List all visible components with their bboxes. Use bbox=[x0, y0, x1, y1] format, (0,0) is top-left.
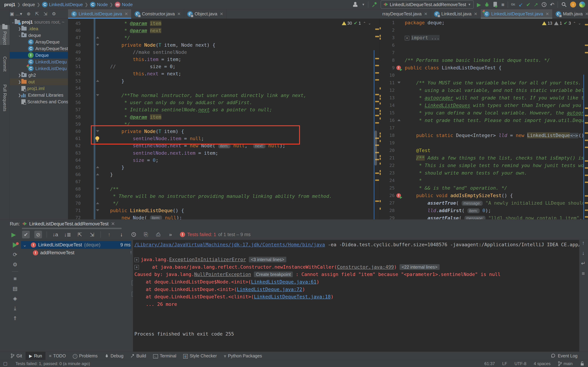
file-encoding[interactable]: UTF-8 bbox=[515, 361, 526, 366]
editor-tab[interactable]: CLinkedList.java✕ bbox=[431, 9, 481, 18]
status-message[interactable]: Tests failed: 1, passed: 0 (a minute ago… bbox=[16, 361, 90, 366]
indent-style[interactable]: 4 spaces bbox=[534, 361, 551, 366]
rerun-failed-tests-icon[interactable] bbox=[13, 242, 17, 248]
tool-window-button-terminal[interactable]: ›_Terminal bbox=[150, 352, 180, 360]
scroll-down-icon[interactable]: ↓ bbox=[582, 250, 585, 256]
chevron-icon[interactable]: ⌄ bbox=[23, 242, 29, 248]
close-icon[interactable]: ✕ bbox=[111, 221, 115, 227]
collapse-all-icon[interactable]: ⇲ bbox=[43, 11, 47, 17]
tool-window-button-run[interactable]: ▶Run bbox=[26, 352, 45, 360]
tree-item-deque[interactable]: ⌄deque bbox=[10, 32, 68, 39]
tree-item-linkedlistdequ[interactable]: CLinkedListDequ bbox=[10, 58, 68, 65]
next-failed-icon[interactable]: ↓ bbox=[118, 231, 125, 238]
prev-issue-icon[interactable]: ⌃ bbox=[573, 21, 576, 25]
breadcrumb-item[interactable]: deque bbox=[22, 2, 35, 7]
window-icon[interactable]: ▢ bbox=[3, 361, 8, 366]
tool-window-button-problems[interactable]: !Problems bbox=[69, 352, 101, 360]
project-view-icon[interactable]: ▣ …▾ bbox=[10, 11, 22, 17]
git-branch[interactable]: main bbox=[558, 361, 573, 366]
chevron-icon[interactable]: ❯ bbox=[18, 26, 21, 31]
close-icon[interactable]: ✕ bbox=[546, 12, 549, 17]
expand-all-icon[interactable]: ⇱ bbox=[35, 11, 39, 17]
scroll-up-icon[interactable]: ⇑ bbox=[13, 315, 17, 321]
update-available-icon[interactable]: ↑ bbox=[570, 1, 576, 8]
error-stripe[interactable] bbox=[583, 19, 588, 219]
tree-item-external libraries[interactable]: ❯External Libraries bbox=[10, 92, 68, 98]
test-tree-row[interactable]: ⌄!LinkedListDequeTest (deque)9 ms bbox=[21, 241, 131, 249]
previous-failed-icon[interactable]: ↑ bbox=[105, 231, 113, 238]
fold-marker-icon[interactable] bbox=[96, 209, 99, 211]
locate-file-icon[interactable]: ⊕ bbox=[27, 11, 31, 17]
console-fold-button[interactable]: <22 internal lines> bbox=[399, 264, 440, 270]
close-icon[interactable]: ✕ bbox=[474, 12, 477, 17]
stack-trace-link[interactable]: LinkedListDeque.java:61 bbox=[251, 279, 316, 284]
tool-window-button-python-packages[interactable]: ⩔Python Packages bbox=[220, 352, 266, 360]
fold-marker-icon[interactable] bbox=[96, 188, 99, 190]
tool-window-button-todo[interactable]: ≡TODO bbox=[45, 352, 69, 360]
tool-window-button-build[interactable]: Build bbox=[127, 352, 150, 360]
expand-all-icon[interactable]: ⇱ bbox=[76, 231, 84, 238]
soft-wrap-icon[interactable]: ↵ bbox=[581, 260, 585, 266]
rollback-icon[interactable]: ↶ bbox=[550, 1, 554, 8]
coverage-button[interactable] bbox=[493, 1, 498, 8]
fold-marker-icon[interactable] bbox=[96, 80, 99, 82]
close-icon[interactable]: ✕ bbox=[220, 12, 223, 17]
fold-marker-icon[interactable] bbox=[398, 82, 401, 83]
run-configuration-select[interactable]: LinkedListDequeTest.addRemoveTest ▼ bbox=[381, 0, 474, 9]
run-test-failed-icon[interactable]: ! bbox=[396, 66, 401, 70]
chevron-icon[interactable]: ❯ bbox=[18, 73, 21, 77]
sort-by-duration-icon[interactable]: ↓≣ bbox=[64, 231, 71, 238]
unlock-icon[interactable] bbox=[580, 361, 585, 366]
scroll-up-icon[interactable]: ↑ bbox=[582, 240, 585, 246]
more-actions-icon[interactable]: » bbox=[167, 231, 174, 238]
tree-item-.idea[interactable]: ❯.idea bbox=[10, 25, 68, 32]
build-hammer-icon[interactable] bbox=[372, 1, 378, 8]
tree-item-proj1[interactable]: ⌄proj1 sources root, ~ bbox=[10, 19, 68, 25]
collapse-all-icon[interactable]: ⇲ bbox=[88, 231, 96, 238]
breadcrumb[interactable]: proj1❯deque❯CLinkedListDeque❯CNode❯mNode bbox=[4, 0, 133, 9]
editor-left-split[interactable]: 45 * @param item46 * @param next47 */48 … bbox=[68, 19, 379, 219]
chevron-icon[interactable]: ⌄ bbox=[11, 20, 15, 24]
fold-marker-icon[interactable] bbox=[96, 44, 99, 46]
toggle-auto-test-icon[interactable]: ⟳ bbox=[13, 251, 17, 258]
git-update-icon[interactable]: ↙ bbox=[519, 1, 523, 8]
next-issue-icon[interactable]: ⌄ bbox=[578, 21, 581, 25]
show-passed-toggle[interactable]: ✔ bbox=[22, 231, 30, 238]
fold-marker-icon[interactable] bbox=[96, 94, 99, 96]
sidebar-item-project[interactable]: Project bbox=[0, 25, 10, 45]
inspections-widget[interactable]: 30✔1⌃⌄ bbox=[342, 20, 371, 26]
breadcrumb-item[interactable]: mNode bbox=[115, 2, 133, 7]
import-results-icon[interactable]: ⎘ bbox=[142, 231, 150, 238]
test-settings-icon[interactable]: ⚙ bbox=[13, 261, 17, 267]
tree-item-out[interactable]: ❯out bbox=[10, 78, 68, 85]
event-log-button[interactable]: Event Log bbox=[547, 352, 581, 360]
editor-tab[interactable]: rrayDequeTest.java✕ bbox=[379, 9, 431, 18]
inspections-widget[interactable]: 131✔3⌃⌄ bbox=[542, 20, 581, 26]
tool-window-button-git[interactable]: Git bbox=[7, 352, 26, 360]
code-with-me-icon[interactable] bbox=[353, 2, 359, 7]
attach-icon[interactable]: ◈ bbox=[13, 295, 17, 301]
stop-button[interactable]: ■ bbox=[501, 1, 504, 8]
tree-item-arraydequetest[interactable]: CArrayDequeTest bbox=[10, 45, 68, 52]
editor-tab[interactable]: CLinkedListDeque.java✕ bbox=[68, 9, 131, 18]
chevron-icon[interactable]: ⌄ bbox=[18, 33, 21, 37]
tree-item-scratches and conso[interactable]: Scratches and Conso bbox=[10, 98, 68, 105]
test-console-output[interactable]: /Library/Java/JavaVirtualMachines/jdk-17… bbox=[133, 240, 579, 352]
tree-item-arraydeque[interactable]: CArrayDeque bbox=[10, 39, 68, 45]
breadcrumb-item[interactable]: proj1 bbox=[4, 2, 15, 7]
chevron-down-icon[interactable]: ▼ bbox=[362, 3, 365, 7]
debug-button[interactable] bbox=[484, 2, 490, 7]
git-push-icon[interactable]: ↗ bbox=[534, 1, 538, 8]
history-clock-icon[interactable] bbox=[541, 2, 547, 7]
close-icon[interactable]: ✕ bbox=[585, 12, 588, 17]
fold-marker-icon[interactable] bbox=[96, 202, 99, 204]
breadcrumb-item[interactable]: CLinkedListDeque bbox=[42, 2, 83, 7]
sidebar-item-pull-requests[interactable]: Pull Requests bbox=[0, 84, 10, 111]
close-icon[interactable]: ✕ bbox=[177, 12, 181, 17]
gear-icon[interactable]: ⚙ bbox=[52, 11, 56, 17]
tool-window-button-style-checker[interactable]: ▥Style Checker bbox=[180, 352, 220, 360]
caret-position[interactable]: 61:37 bbox=[484, 361, 495, 366]
header-scrollbar[interactable] bbox=[22, 228, 122, 229]
fold-marker-icon[interactable] bbox=[96, 36, 99, 38]
close-icon[interactable]: ✕ bbox=[125, 12, 128, 17]
